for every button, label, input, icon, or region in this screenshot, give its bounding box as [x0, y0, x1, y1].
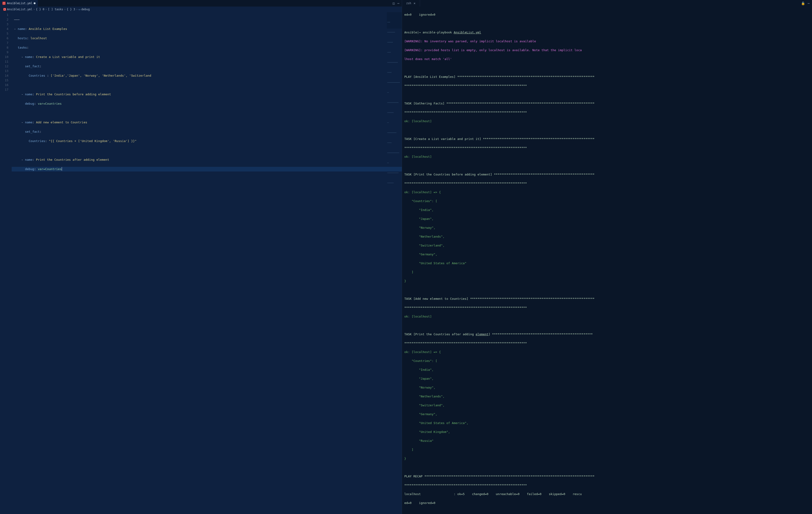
editor-tab-actions: ◫ ⋯ — [390, 1, 402, 5]
split-editor-icon[interactable]: ◫ — [393, 1, 395, 5]
code-line: - name: Print the Countries before addin… — [12, 92, 402, 97]
code-line: - name: Ansible List Examples — [12, 27, 402, 31]
terminal-line: } — [404, 456, 810, 461]
terminal-line: Ansible|→ ansible-playbook AnsibleList.y… — [404, 30, 810, 35]
terminal-line: } — [404, 279, 810, 283]
breadcrumb-item[interactable]: { } 3 — [67, 8, 75, 11]
main-split: AnsibleList.yml ◫ ⋯ AnsibleList.yml › { … — [0, 0, 812, 514]
code-line: debug: var=Countries — [12, 167, 402, 172]
yaml-file-icon — [2, 2, 6, 5]
terminal-line: "India", — [404, 367, 810, 372]
terminal-line: TASK [Print the Countries after adding e… — [404, 332, 810, 336]
code-line — [12, 148, 402, 153]
terminal-line: lhost does not match 'all' — [404, 57, 810, 61]
terminal-line: PLAY RECAP *****************************… — [404, 474, 810, 479]
terminal-line: "Switzerland", — [404, 403, 810, 407]
terminal-line: ed=0 ignored=0 — [404, 12, 810, 17]
more-actions-icon[interactable]: ⋯ — [397, 1, 399, 5]
editor-tab-bar: AnsibleList.yml ◫ ⋯ — [0, 0, 402, 6]
terminal-line: ok: [localhost] — [404, 154, 810, 159]
terminal-line: TASK [Print the Countries before adding … — [404, 172, 810, 177]
code-line: tasks: — [12, 45, 402, 50]
yaml-file-icon — [3, 8, 6, 11]
terminal-line: ed=0 ignored=0 — [404, 501, 810, 505]
terminal-line — [404, 323, 810, 328]
terminal-line: localhost : ok=5 changed=0 unreachable=0… — [404, 492, 810, 496]
terminal-line: "Countries": [ — [404, 359, 810, 363]
terminal-line — [404, 66, 810, 70]
code-line: hosts: localhost — [12, 36, 402, 41]
lock-icon[interactable]: 🔒 — [801, 1, 805, 5]
code-line: Countries: "{{ Countries + ['United King… — [12, 139, 402, 144]
terminal-line: "Switzerland", — [404, 243, 810, 248]
terminal-line: TASK [Gathering Facts] *****************… — [404, 101, 810, 105]
terminal-line: "Japan", — [404, 217, 810, 221]
breadcrumb[interactable]: AnsibleList.yml › { } 0 › [ ] tasks › { … — [0, 6, 402, 12]
breadcrumb-item[interactable]: [ ] tasks — [48, 8, 63, 11]
terminal-line: ] — [404, 447, 810, 452]
terminal-line: ****************************************… — [404, 146, 810, 150]
app-root: AnsibleList.yml ◫ ⋯ AnsibleList.yml › { … — [0, 0, 812, 514]
code-line: debug: var=Countries — [12, 101, 402, 106]
terminal-line: "Countries": [ — [404, 199, 810, 203]
terminal-line: "Netherlands", — [404, 394, 810, 399]
terminal-line: ****************************************… — [404, 83, 810, 88]
code-line: set_fact: — [12, 129, 402, 134]
breadcrumb-item[interactable]: AnsibleList.yml — [7, 8, 32, 11]
chevron-right-icon: › — [33, 8, 35, 11]
chevron-right-icon: › — [45, 8, 47, 11]
terminal-output[interactable]: ed=0 ignored=0 Ansible|→ ansible-playboo… — [402, 6, 812, 514]
chevron-right-icon: › — [76, 8, 78, 11]
breadcrumb-item[interactable]: debug — [81, 8, 90, 11]
chevron-right-icon: › — [64, 8, 66, 11]
terminal-line — [404, 510, 810, 514]
code-editor[interactable]: ——— - name: Ansible List Examples hosts:… — [12, 12, 402, 514]
terminal-line — [404, 21, 810, 26]
code-line: Countries : ['India','Japan', 'Norway', … — [12, 73, 402, 78]
code-line — [12, 111, 402, 115]
terminal-line: ok: [localhost] => { — [404, 350, 810, 354]
code-line: - name: Create a List variable and print… — [12, 55, 402, 59]
terminal-line: "Russia" — [404, 439, 810, 443]
more-actions-icon[interactable]: ⋯ — [808, 1, 810, 5]
field-icon: ▭ — [79, 8, 80, 11]
terminal-line — [404, 288, 810, 292]
terminal-tab-actions: 🔒 ⋯ — [799, 1, 812, 5]
editor-area[interactable]: 1 2 3 4 5 6 7 8 9 10 11 12 13 14 15 16 1 — [0, 12, 402, 514]
terminal-line: ok: [localhost] — [404, 314, 810, 319]
editor-pane: AnsibleList.yml ◫ ⋯ AnsibleList.yml › { … — [0, 0, 402, 514]
terminal-line: "United States of America", — [404, 421, 810, 425]
terminal-line: PLAY [Ansible List Examples] ***********… — [404, 74, 810, 79]
close-icon[interactable]: × — [413, 1, 415, 5]
terminal-line — [404, 163, 810, 168]
terminal-line — [404, 92, 810, 97]
tab-name: zsh — [406, 2, 411, 5]
terminal-tab-bar: zsh × 🔒 ⋯ — [402, 0, 812, 6]
code-line: set_fact: — [12, 64, 402, 69]
terminal-line: ok: [localhost] => { — [404, 190, 810, 194]
code-line: ——— — [12, 17, 402, 22]
terminal-line: ****************************************… — [404, 305, 810, 310]
terminal-line: "Norway", — [404, 225, 810, 230]
minimap[interactable] — [387, 12, 402, 29]
terminal-line — [404, 465, 810, 470]
terminal-line: ok: [localhost] — [404, 119, 810, 123]
tab-filename: AnsibleList.yml — [7, 2, 32, 5]
code-line: - name: Print the Countries after adding… — [12, 157, 402, 162]
editor-tab[interactable]: AnsibleList.yml — [0, 0, 38, 6]
terminal-line: [WARNING]: provided hosts list is empty,… — [404, 48, 810, 52]
terminal-line: "United States of America" — [404, 261, 810, 265]
terminal-tab[interactable]: zsh × — [402, 0, 420, 6]
terminal-line: "Japan", — [404, 376, 810, 381]
terminal-line: [WARNING]: No inventory was parsed, only… — [404, 39, 810, 43]
terminal-line: ****************************************… — [404, 110, 810, 115]
terminal-line — [404, 128, 810, 132]
terminal-line: "Norway", — [404, 385, 810, 390]
breadcrumb-item[interactable]: { } 0 — [36, 8, 45, 11]
terminal-line: TASK [Create a List variable and print i… — [404, 137, 810, 141]
terminal-line: ] — [404, 270, 810, 274]
terminal-line: "Germany", — [404, 412, 810, 416]
terminal-line: "Germany", — [404, 252, 810, 256]
terminal-line: ****************************************… — [404, 483, 810, 487]
terminal-line: ****************************************… — [404, 181, 810, 185]
